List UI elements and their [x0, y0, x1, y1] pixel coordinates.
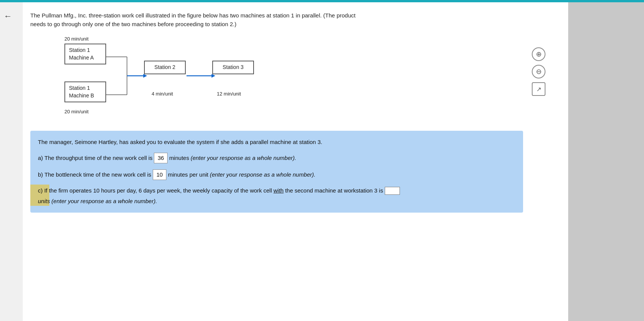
- part-c-middle: the second machine at workstation 3 is: [285, 186, 383, 195]
- answer-section: The manager, Seimone Hartley, has asked …: [30, 131, 523, 213]
- question-text: The Pullman Mfg., Inc. three-station wor…: [30, 11, 371, 28]
- part-c-prefix: c) If the firm operates 10 hours per day…: [38, 186, 272, 195]
- part-c-container: c) If the firm operates 10 hours per day…: [38, 186, 516, 206]
- main-content: The Pullman Mfg., Inc. three-station wor…: [23, 0, 568, 321]
- part-b-suffix: minutes per unit: [168, 170, 208, 179]
- diagram-inner: 20 min/unit 20 min/unit 4 min/unit 12 mi…: [53, 36, 318, 119]
- zoom-out-icon: ⊖: [536, 67, 542, 76]
- part-b-value: 10: [153, 169, 166, 180]
- svg-marker-6: [212, 74, 215, 78]
- part-c-italic: units (enter your response as a whole nu…: [38, 198, 157, 204]
- part-c-input[interactable]: [385, 187, 400, 195]
- part-b-line: b) The bottleneck time of the new work c…: [38, 169, 516, 180]
- zoom-out-button[interactable]: ⊖: [532, 65, 545, 78]
- zoom-in-button[interactable]: ⊕: [532, 47, 545, 61]
- part-a-value: 36: [154, 153, 168, 163]
- diagram-area: 20 min/unit 20 min/unit 4 min/unit 12 mi…: [30, 36, 553, 119]
- diagram-arrows: [53, 36, 318, 119]
- top-bar: [0, 0, 644, 2]
- svg-marker-4: [143, 74, 147, 78]
- left-sidebar: ←: [0, 0, 23, 321]
- part-b-prefix: b) The bottleneck time of the new work c…: [38, 170, 151, 179]
- part-a-prefix: a) The throughput time of the new work c…: [38, 153, 152, 163]
- external-link-icon: ↗: [536, 86, 541, 93]
- part-a-line: a) The throughput time of the new work c…: [38, 153, 516, 163]
- external-link-button[interactable]: ↗: [532, 82, 545, 96]
- part-c-underline: with: [274, 187, 284, 194]
- zoom-in-icon: ⊕: [536, 50, 542, 58]
- part-a-suffix: minutes: [169, 153, 189, 163]
- icon-panel: ⊕ ⊖ ↗: [532, 47, 545, 96]
- part-b-italic: (enter your response as a whole number).: [210, 171, 315, 178]
- part-c-line: c) If the firm operates 10 hours per day…: [38, 186, 516, 206]
- back-button[interactable]: ←: [4, 11, 12, 21]
- part-a-italic: (enter your response as a whole number).: [191, 155, 296, 161]
- manager-line: The manager, Seimone Hartley, has asked …: [38, 138, 516, 147]
- right-panel: [568, 0, 644, 321]
- manager-text: The manager, Seimone Hartley, has asked …: [38, 138, 322, 147]
